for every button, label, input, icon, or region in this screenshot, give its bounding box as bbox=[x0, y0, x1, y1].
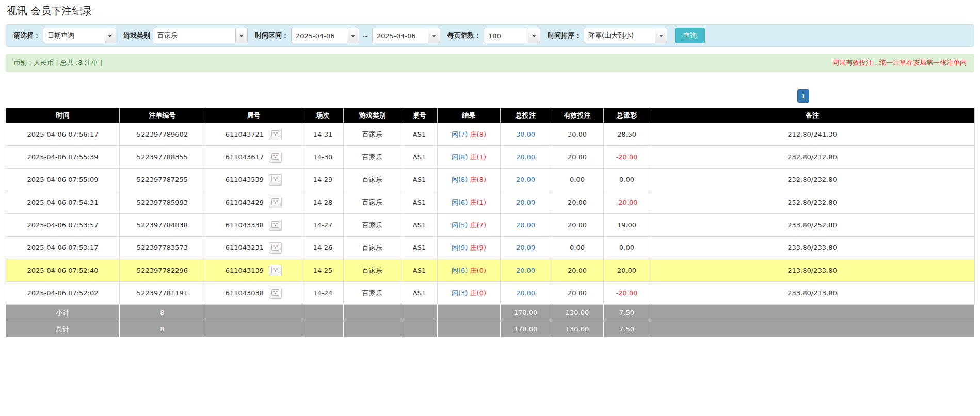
bet-id-cell: 522397789602 bbox=[120, 123, 205, 146]
remark-cell: 233.80/213.80 bbox=[650, 282, 975, 305]
footer-valid-bet-cell: 130.00 bbox=[551, 305, 604, 321]
query-type-select[interactable]: 日期查询 bbox=[43, 28, 116, 43]
payout-cell: 28.50 bbox=[604, 123, 650, 146]
time-cell: 2025-04-06 07:55:09 bbox=[6, 169, 120, 191]
dice-media-icon bbox=[271, 130, 279, 137]
payout-value: -20.00 bbox=[616, 198, 638, 206]
payout-value: 28.50 bbox=[617, 130, 636, 138]
footer-label-cell: 总计 bbox=[6, 321, 120, 338]
game-type-dropdown-button[interactable] bbox=[235, 28, 248, 43]
total-bet-link[interactable]: 20.00 bbox=[516, 289, 535, 297]
chevron-down-icon bbox=[239, 35, 244, 37]
query-type-dropdown-button[interactable] bbox=[104, 28, 116, 43]
result-cell: 闲(9) 庄(9) bbox=[438, 237, 501, 259]
total-bet-cell[interactable]: 20.00 bbox=[501, 237, 551, 259]
column-header: 游戏类别 bbox=[344, 108, 401, 123]
total-bet-link[interactable]: 20.00 bbox=[516, 176, 535, 184]
remark-cell: 213.80/233.80 bbox=[650, 259, 975, 282]
date-to-select[interactable]: 2025-04-06 bbox=[372, 28, 440, 43]
total-bet-cell[interactable]: 30.00 bbox=[501, 123, 551, 146]
game-type-value: 百家乐 bbox=[153, 28, 235, 43]
total-bet-cell[interactable]: 20.00 bbox=[501, 259, 551, 282]
summary-row: 小计8170.00130.007.50 bbox=[6, 305, 975, 321]
bet-id-cell: 522397783573 bbox=[120, 237, 205, 259]
round-replay-button[interactable] bbox=[269, 152, 282, 163]
query-type-value: 日期查询 bbox=[43, 28, 104, 43]
search-button[interactable]: 查询 bbox=[675, 28, 705, 43]
table-no-cell: AS1 bbox=[401, 259, 438, 282]
result-player: 闲(5) bbox=[452, 221, 468, 229]
total-bet-cell[interactable]: 20.00 bbox=[501, 191, 551, 214]
session-cell: 14-31 bbox=[302, 123, 344, 146]
total-bet-link[interactable]: 20.00 bbox=[516, 221, 535, 229]
bet-id-cell: 522397787255 bbox=[120, 169, 205, 191]
round-replay-button[interactable] bbox=[269, 288, 282, 299]
column-header: 总投注 bbox=[501, 108, 551, 123]
bet-id-cell: 522397788355 bbox=[120, 146, 205, 169]
total-bet-link[interactable]: 30.00 bbox=[516, 130, 535, 138]
round-replay-button[interactable] bbox=[269, 129, 282, 140]
footer-empty-cell bbox=[401, 305, 438, 321]
round-replay-button[interactable] bbox=[269, 242, 282, 254]
result-player: 闲(9) bbox=[452, 244, 468, 252]
valid-bet-cell: 20.00 bbox=[551, 214, 604, 237]
chevron-down-icon bbox=[108, 35, 112, 37]
total-bet-cell[interactable]: 20.00 bbox=[501, 282, 551, 305]
table-no-cell: AS1 bbox=[401, 146, 438, 169]
pagination: 1 bbox=[6, 89, 974, 103]
result-player: 闲(6) bbox=[452, 267, 468, 274]
result-banker: 庄(8) bbox=[470, 130, 486, 138]
game-type-select[interactable]: 百家乐 bbox=[153, 28, 248, 43]
total-bet-link[interactable]: 20.00 bbox=[516, 198, 535, 206]
sort-order-dropdown-button[interactable] bbox=[655, 28, 667, 43]
bet-id-cell: 522397784838 bbox=[120, 214, 205, 237]
per-page-dropdown-button[interactable] bbox=[528, 28, 540, 43]
bet-id-cell: 522397785993 bbox=[120, 191, 205, 214]
sort-order-select[interactable]: 降幂(由大到小) bbox=[584, 28, 667, 43]
column-header: 有效投注 bbox=[551, 108, 604, 123]
dice-media-icon bbox=[271, 244, 279, 251]
session-cell: 14-24 bbox=[302, 282, 344, 305]
bet-records-table: 时间注单编号局号场次游戏类别桌号结果总投注有效投注总派彩备注 2025-04-0… bbox=[6, 108, 975, 338]
total-bet-cell[interactable]: 20.00 bbox=[501, 169, 551, 191]
payout-cell: 0.00 bbox=[604, 237, 650, 259]
result-player: 闲(3) bbox=[452, 289, 468, 297]
payout-cell: -20.00 bbox=[604, 146, 650, 169]
total-bet-link[interactable]: 20.00 bbox=[516, 153, 535, 161]
per-page-select[interactable]: 100 bbox=[484, 28, 540, 43]
total-bet-cell[interactable]: 20.00 bbox=[501, 146, 551, 169]
session-cell: 14-25 bbox=[302, 259, 344, 282]
total-bet-cell[interactable]: 20.00 bbox=[501, 214, 551, 237]
payout-value: -20.00 bbox=[616, 153, 638, 161]
date-to-dropdown-button[interactable] bbox=[428, 28, 440, 43]
round-replay-button[interactable] bbox=[269, 197, 282, 208]
footer-payout-cell: 7.50 bbox=[604, 305, 650, 321]
valid-bet-cell: 0.00 bbox=[551, 169, 604, 191]
payout-value: 20.00 bbox=[617, 267, 636, 274]
round-replay-button[interactable] bbox=[269, 174, 282, 186]
pagination-page-1-button[interactable]: 1 bbox=[797, 89, 809, 103]
date-from-select[interactable]: 2025-04-06 bbox=[291, 28, 359, 43]
date-from-dropdown-button[interactable] bbox=[347, 28, 359, 43]
round-replay-button[interactable] bbox=[269, 220, 282, 231]
result-player: 闲(8) bbox=[452, 153, 468, 161]
column-header: 备注 bbox=[650, 108, 975, 123]
table-row: 2025-04-06 07:53:57522397784838611043338… bbox=[6, 214, 975, 237]
dice-media-icon bbox=[271, 221, 279, 228]
time-cell: 2025-04-06 07:56:17 bbox=[6, 123, 120, 146]
column-header: 结果 bbox=[438, 108, 501, 123]
footer-empty-cell bbox=[438, 321, 501, 338]
total-bet-link[interactable]: 20.00 bbox=[516, 244, 535, 252]
range-separator: ~ bbox=[363, 32, 368, 40]
table-row: 2025-04-06 07:56:17522397789602611043721… bbox=[6, 123, 975, 146]
table-row: 2025-04-06 07:55:39522397788355611043617… bbox=[6, 146, 975, 169]
footer-payout-cell: 7.50 bbox=[604, 321, 650, 338]
betting-records-page: 视讯 会员下注纪录 请选择： 日期查询 游戏类别 百家乐 时间区间： 2025-… bbox=[0, 0, 980, 340]
table-no-cell: AS1 bbox=[401, 191, 438, 214]
table-no-cell: AS1 bbox=[401, 214, 438, 237]
filter-bar: 请选择： 日期查询 游戏类别 百家乐 时间区间： 2025-04-06 ~ 20… bbox=[6, 24, 974, 47]
round-replay-button[interactable] bbox=[269, 265, 282, 276]
dice-media-icon bbox=[271, 198, 279, 205]
total-bet-link[interactable]: 20.00 bbox=[516, 267, 535, 274]
table-row: 2025-04-06 07:53:17522397783573611043231… bbox=[6, 237, 975, 259]
